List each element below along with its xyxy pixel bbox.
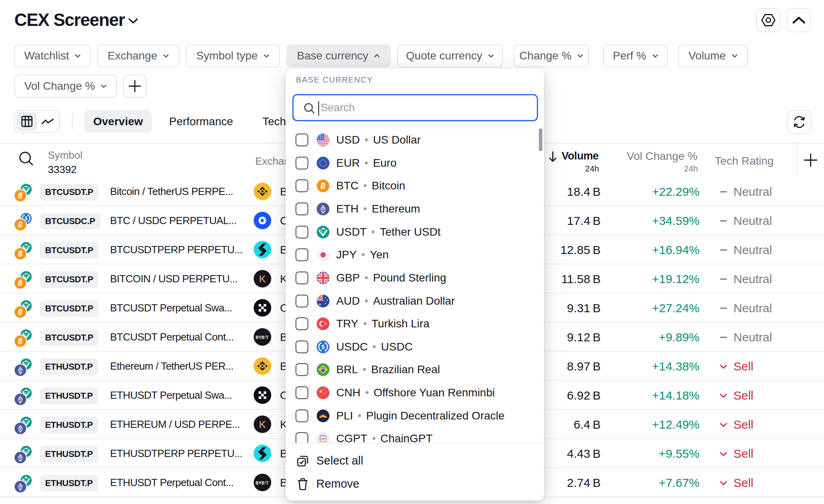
svg-text:BYB!T: BYB!T	[256, 481, 269, 485]
svg-text:K: K	[259, 274, 266, 284]
svg-text:K: K	[259, 419, 266, 430]
svg-text:BYB!T: BYB!T	[256, 335, 269, 340]
svg-text:$: $	[321, 344, 325, 350]
